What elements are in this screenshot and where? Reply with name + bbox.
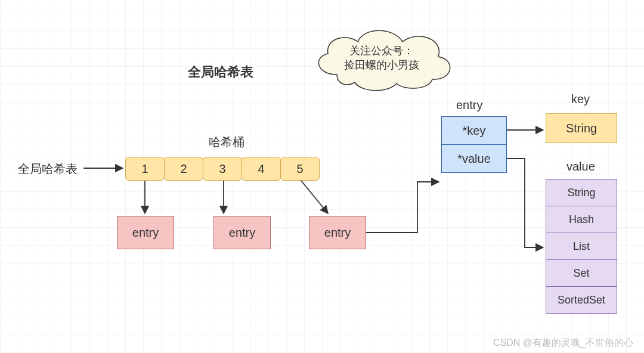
value-type-hash: Hash: [546, 206, 617, 233]
key-type-box: String: [546, 113, 617, 143]
watermark: CSDN @有趣的灵魂_不世俗的心: [493, 337, 633, 349]
value-type-sortedset: SortedSet: [546, 286, 617, 314]
entry-box-2: entry: [213, 216, 271, 249]
entry-value-field: *value: [441, 144, 507, 173]
bucket-3: 3: [203, 157, 242, 181]
value-heading: value: [566, 160, 595, 174]
value-type-set: Set: [546, 259, 617, 287]
diagram-title: 全局哈希表: [188, 63, 253, 81]
entry-box-1: entry: [117, 216, 174, 249]
left-hash-table-label: 全局哈希表: [18, 161, 78, 177]
value-type-string: String: [546, 179, 617, 206]
entry-key-field: *key: [441, 116, 507, 145]
bucket-2: 2: [164, 157, 203, 181]
bucket-5: 5: [280, 157, 320, 181]
entry-struct-heading: entry: [456, 98, 482, 112]
value-type-list: List: [546, 233, 617, 260]
bucket-label: 哈希桶: [209, 134, 244, 150]
cloud-line1: 关注公众号：: [304, 44, 459, 58]
bucket-4: 4: [242, 157, 281, 181]
cloud-callout: 关注公众号： 捡田螺的小男孩: [304, 21, 459, 92]
key-heading: key: [571, 92, 590, 106]
entry-struct: *key *value: [441, 116, 507, 172]
svg-line-3: [301, 181, 328, 213]
value-type-stack: String Hash List Set SortedSet: [546, 179, 617, 313]
entry-box-3: entry: [309, 216, 366, 249]
cloud-line2: 捡田螺的小男孩: [304, 58, 459, 72]
hash-bucket-row: 1 2 3 4 5: [125, 157, 319, 181]
bucket-1: 1: [125, 157, 165, 181]
